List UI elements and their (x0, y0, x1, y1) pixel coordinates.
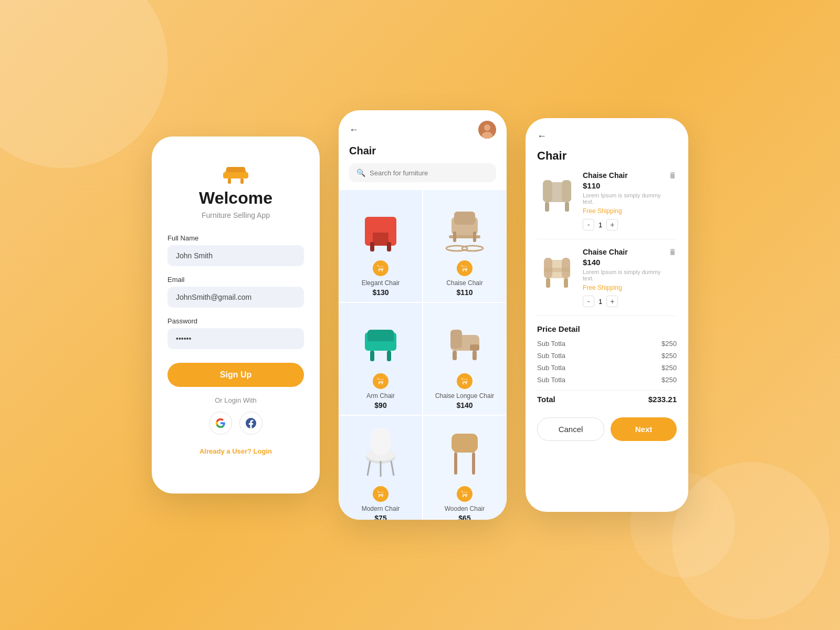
password-label: Password (167, 317, 304, 325)
chair-item-chaise: Chaise Chair $110 (423, 190, 507, 302)
price-total-row: Total $233.21 (537, 390, 677, 404)
fullname-group: Full Name (167, 234, 304, 266)
cart-item-1: Chaise Chair $110 Lorem Ipsum is simply … (537, 171, 677, 239)
svg-rect-28 (387, 351, 391, 361)
chair-image-longue (438, 311, 491, 369)
google-login-button[interactable] (209, 412, 232, 435)
add-to-cart-arm[interactable] (373, 373, 388, 389)
svg-rect-13 (370, 242, 374, 251)
svg-line-37 (368, 461, 370, 476)
svg-rect-3 (228, 178, 231, 184)
add-to-cart-wooden[interactable] (457, 486, 472, 502)
delete-item-2-button[interactable] (668, 248, 677, 258)
svg-rect-4 (240, 178, 244, 184)
fullname-input[interactable] (167, 245, 304, 266)
svg-point-7 (484, 124, 490, 131)
browse-title: Chair (339, 145, 507, 163)
add-to-cart-longue[interactable] (457, 373, 472, 389)
cart-title: Chair (537, 149, 677, 163)
svg-rect-25 (368, 330, 394, 343)
chair-image-wooden (438, 424, 491, 482)
chair-image-chaise (438, 198, 491, 256)
welcome-title: Welcome (199, 188, 272, 208)
browse-screen: ← Chair 🔍 (339, 110, 507, 520)
price-row-3-label: Sub Totla (537, 364, 565, 372)
svg-rect-31 (453, 351, 457, 360)
price-row-3: Sub Totla $250 (537, 364, 677, 372)
chairs-grid: Elegant Chair $130 (339, 190, 507, 520)
chair-item-modern: Modern Chair $75 (339, 415, 423, 520)
cart-item-1-name: Chaise Chair (583, 171, 662, 180)
add-to-cart-modern[interactable] (373, 486, 388, 502)
qty-value-2: 1 (598, 298, 602, 306)
svg-rect-43 (472, 453, 475, 475)
price-row-4: Sub Totla $250 (537, 376, 677, 384)
svg-rect-1 (223, 172, 228, 178)
user-avatar (478, 121, 496, 139)
chair-image-modern (354, 424, 407, 482)
chair-item-longue: Chaise Longue Chair $140 (423, 302, 507, 415)
qty-increase-1[interactable]: + (606, 219, 618, 230)
cart-back-button[interactable]: ← (537, 131, 677, 142)
email-input[interactable] (167, 287, 304, 308)
chair-name-longue: Chaise Longue Chair (435, 392, 495, 400)
price-row-1-value: $250 (662, 340, 677, 348)
cart-item-1-desc: Lorem Ipsum is simply dummy text. (583, 192, 662, 205)
chair-image-arm (354, 311, 407, 369)
svg-rect-12 (368, 217, 394, 233)
add-to-cart-chaise[interactable] (457, 260, 472, 276)
signup-button[interactable]: Sign Up (167, 363, 304, 387)
already-user-text: Already a User? Login (200, 447, 272, 455)
qty-decrease-1[interactable]: - (583, 219, 594, 230)
cart-item-2-qty: - 1 + (583, 296, 662, 307)
or-login-text: Or Login With (215, 396, 256, 404)
price-row-2-label: Sub Totla (537, 352, 565, 360)
chair-price-longue: $140 (456, 401, 472, 410)
chair-price-elegant: $130 (372, 288, 388, 297)
add-to-cart-elegant[interactable] (373, 260, 388, 276)
password-group: Password (167, 317, 304, 349)
password-input[interactable] (167, 328, 304, 349)
search-bar: 🔍 (349, 163, 496, 182)
social-buttons (209, 412, 262, 435)
svg-rect-45 (543, 180, 552, 202)
svg-rect-33 (470, 344, 479, 351)
email-group: Email (167, 276, 304, 308)
delete-item-1-button[interactable] (668, 171, 677, 182)
chair-name-arm: Arm Chair (366, 392, 395, 400)
svg-rect-20 (453, 232, 456, 242)
facebook-login-button[interactable] (239, 412, 262, 435)
svg-rect-54 (544, 268, 570, 272)
qty-value-1: 1 (598, 221, 602, 229)
cart-item-2-price: $140 (583, 258, 662, 267)
qty-decrease-2[interactable]: - (583, 296, 594, 307)
chair-name-chaise: Chaise Chair (446, 279, 482, 287)
back-button[interactable]: ← (349, 124, 359, 135)
svg-point-19 (462, 246, 483, 251)
price-row-1-label: Sub Totla (537, 340, 565, 348)
phones-container: Welcome Furniture Selling App Full Name … (152, 110, 688, 520)
cancel-button[interactable]: Cancel (537, 417, 604, 441)
svg-rect-41 (452, 434, 478, 452)
login-link[interactable]: Login (254, 447, 272, 455)
svg-rect-5 (226, 167, 245, 172)
svg-rect-26 (368, 341, 394, 351)
signup-screen: Welcome Furniture Selling App Full Name … (152, 136, 320, 494)
search-section: 🔍 (339, 163, 507, 190)
svg-rect-27 (370, 351, 374, 361)
next-button[interactable]: Next (611, 417, 677, 441)
welcome-subtitle: Furniture Selling App (202, 211, 270, 219)
svg-rect-53 (564, 278, 568, 288)
cart-item-2-image (537, 248, 576, 292)
chair-image-elegant (354, 198, 407, 256)
svg-rect-21 (473, 232, 476, 242)
qty-increase-2[interactable]: + (606, 296, 618, 307)
search-input[interactable] (370, 169, 489, 177)
cart-item-2: Chaise Chair $140 Lorem Ipsum is simply … (537, 248, 677, 316)
price-row-4-value: $250 (662, 376, 677, 384)
chair-name-wooden: Wooden Chair (445, 505, 485, 512)
chair-price-chaise: $110 (456, 288, 472, 297)
svg-rect-16 (454, 212, 475, 225)
cart-actions: Cancel Next (537, 417, 677, 441)
svg-rect-30 (450, 330, 462, 349)
